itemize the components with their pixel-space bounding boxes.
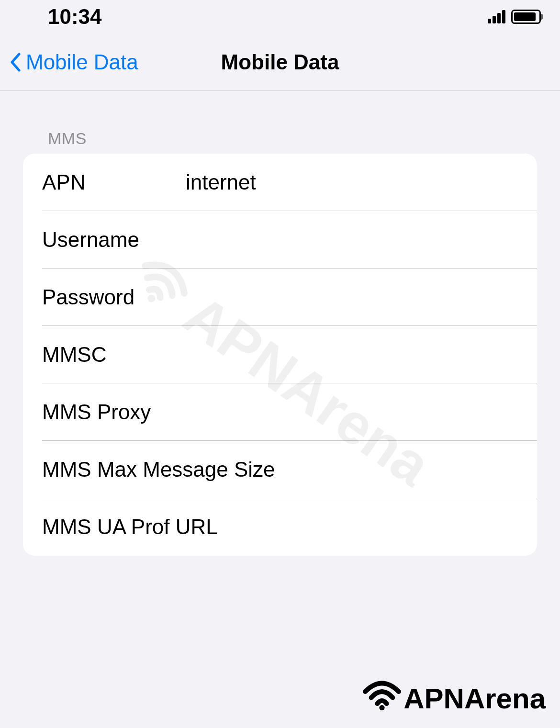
nav-bar: Mobile Data Mobile Data (0, 34, 560, 91)
back-button[interactable]: Mobile Data (10, 50, 138, 74)
battery-icon (511, 10, 541, 24)
svg-point-1 (380, 705, 385, 710)
username-row[interactable]: Username (23, 211, 537, 269)
mms-ua-prof-row[interactable]: MMS UA Prof URL (23, 498, 537, 556)
back-label: Mobile Data (26, 50, 138, 74)
apn-label: APN (42, 170, 186, 194)
status-bar: 10:34 (0, 0, 560, 34)
mms-max-size-row[interactable]: MMS Max Message Size (23, 441, 537, 498)
mmsc-row[interactable]: MMSC (23, 326, 537, 383)
chevron-left-icon (10, 52, 21, 73)
apn-value[interactable]: internet (186, 170, 518, 194)
password-row[interactable]: Password (23, 269, 537, 326)
brand-footer: APNArena (360, 678, 546, 718)
apn-row[interactable]: APN internet (23, 154, 537, 211)
cellular-signal-icon (488, 10, 505, 23)
mmsc-label: MMSC (42, 343, 186, 367)
password-label: Password (42, 285, 186, 309)
mms-proxy-label: MMS Proxy (42, 400, 186, 424)
brand-text: APNArena (403, 682, 546, 715)
mms-proxy-row[interactable]: MMS Proxy (23, 383, 537, 441)
mms-ua-prof-label: MMS UA Prof URL (42, 515, 218, 539)
wifi-icon (360, 678, 403, 718)
section-header-mms: MMS (0, 91, 560, 154)
mms-max-size-label: MMS Max Message Size (42, 458, 275, 482)
username-label: Username (42, 228, 186, 252)
status-time: 10:34 (48, 5, 102, 29)
page-title: Mobile Data (221, 50, 339, 74)
status-indicators (488, 10, 541, 24)
mms-settings-group: APN internet Username Password MMSC MMS … (23, 154, 537, 556)
